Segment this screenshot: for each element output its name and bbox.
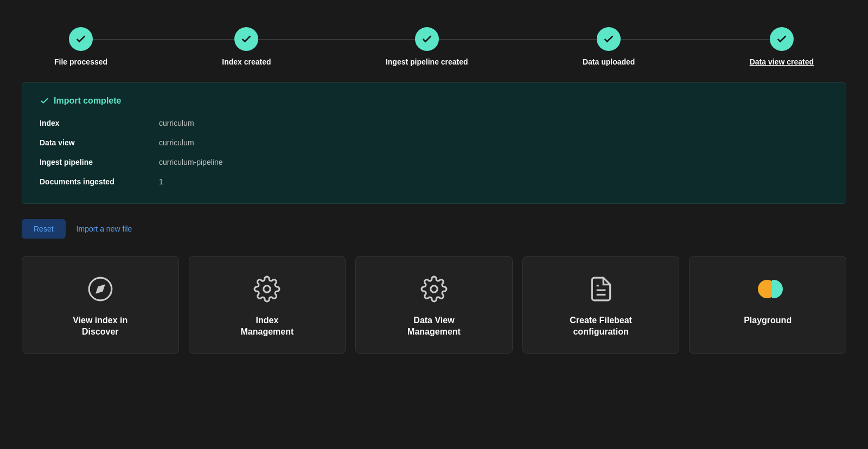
step-file-processed: File processed — [54, 27, 107, 66]
step-ingest-pipeline: Ingest pipeline created — [386, 27, 468, 66]
progress-steps: File processed Index created Ingest pipe… — [22, 16, 846, 82]
step-index-created: Index created — [222, 27, 271, 66]
nav-card-discover[interactable]: View index inDiscover — [22, 256, 179, 354]
import-value-docs-ingested: 1 — [159, 177, 163, 186]
import-key-data-view: Data view — [40, 138, 159, 147]
nav-card-label-filebeat: Create Filebeatconfiguration — [570, 315, 632, 338]
import-value-index: curriculum — [159, 119, 194, 127]
import-panel: Import complete Index curriculum Data vi… — [22, 82, 846, 204]
import-key-ingest-pipeline: Ingest pipeline — [40, 158, 159, 166]
step-label-ingest-pipeline: Ingest pipeline created — [386, 57, 468, 66]
gear-icon — [252, 274, 282, 304]
playground-icon — [752, 274, 783, 304]
import-row-ingest-pipeline: Ingest pipeline curriculum-pipeline — [40, 158, 828, 166]
step-circle-index-created — [234, 27, 258, 51]
import-key-index: Index — [40, 119, 159, 127]
svg-point-4 — [431, 286, 438, 293]
import-row-index: Index curriculum — [40, 119, 828, 127]
step-label-index-created: Index created — [222, 57, 271, 66]
import-status: Import complete — [40, 96, 828, 106]
nav-card-playground[interactable]: Playground — [689, 256, 846, 354]
nav-card-data-view-mgmt[interactable]: Data ViewManagement — [355, 256, 513, 354]
svg-point-2 — [99, 288, 101, 290]
check-icon — [40, 96, 49, 106]
step-data-view-created[interactable]: Data view created — [750, 27, 814, 66]
step-label-file-processed: File processed — [54, 57, 107, 66]
nav-card-label-playground: Playground — [744, 315, 792, 326]
import-row-docs-ingested: Documents ingested 1 — [40, 177, 828, 186]
step-data-uploaded: Data uploaded — [583, 27, 635, 66]
reset-button[interactable]: Reset — [22, 219, 66, 239]
nav-card-label-data-view-mgmt: Data ViewManagement — [407, 315, 461, 338]
nav-card-label-index-mgmt: IndexManagement — [240, 315, 293, 338]
gear2-icon — [419, 274, 449, 304]
step-circle-file-processed — [69, 27, 93, 51]
step-circle-data-uploaded — [597, 27, 621, 51]
step-circle-data-view-created — [770, 27, 794, 51]
import-value-ingest-pipeline: curriculum-pipeline — [159, 158, 223, 166]
import-value-data-view: curriculum — [159, 138, 194, 147]
action-buttons: Reset Import a new file — [22, 219, 846, 239]
import-row-data-view: Data view curriculum — [40, 138, 828, 147]
import-key-docs-ingested: Documents ingested — [40, 177, 159, 186]
step-circle-ingest-pipeline — [415, 27, 439, 51]
nav-cards: View index inDiscover IndexManagement Da… — [22, 256, 846, 354]
nav-card-label-discover: View index inDiscover — [73, 315, 127, 338]
import-new-button[interactable]: Import a new file — [76, 224, 132, 233]
document-icon — [586, 274, 616, 304]
compass-icon — [85, 274, 116, 304]
step-label-data-uploaded: Data uploaded — [583, 57, 635, 66]
nav-card-filebeat[interactable]: Create Filebeatconfiguration — [522, 256, 680, 354]
import-status-label: Import complete — [54, 96, 121, 106]
svg-point-3 — [264, 286, 271, 293]
import-details: Index curriculum Data view curriculum In… — [40, 119, 828, 186]
step-label-data-view-created: Data view created — [750, 57, 814, 66]
nav-card-index-mgmt[interactable]: IndexManagement — [189, 256, 346, 354]
